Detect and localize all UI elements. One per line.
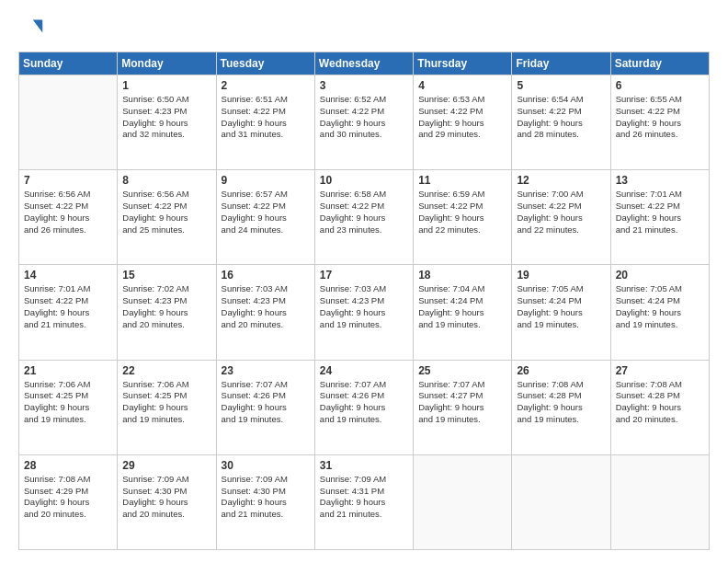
svg-marker-0 bbox=[33, 20, 43, 33]
day-cell: 12Sunrise: 7:00 AM Sunset: 4:22 PM Dayli… bbox=[512, 170, 610, 265]
day-number: 9 bbox=[222, 174, 310, 187]
day-cell: 23Sunrise: 7:07 AM Sunset: 4:26 PM Dayli… bbox=[216, 360, 314, 454]
header bbox=[18, 17, 710, 42]
day-number: 15 bbox=[122, 269, 210, 282]
day-number: 31 bbox=[320, 459, 408, 472]
day-number: 23 bbox=[222, 364, 310, 377]
day-cell: 3Sunrise: 6:52 AM Sunset: 4:22 PM Daylig… bbox=[314, 75, 413, 170]
logo bbox=[18, 17, 48, 42]
week-row-1: 7Sunrise: 6:56 AM Sunset: 4:22 PM Daylig… bbox=[19, 170, 710, 265]
day-info: Sunrise: 7:02 AM Sunset: 4:23 PM Dayligh… bbox=[122, 283, 210, 330]
day-number: 6 bbox=[616, 79, 704, 92]
day-cell: 31Sunrise: 7:09 AM Sunset: 4:31 PM Dayli… bbox=[314, 454, 413, 549]
day-cell: 8Sunrise: 6:56 AM Sunset: 4:22 PM Daylig… bbox=[118, 170, 216, 265]
day-number: 18 bbox=[418, 269, 506, 282]
day-number: 28 bbox=[24, 459, 112, 472]
weekday-header-monday: Monday bbox=[118, 52, 216, 75]
day-number: 27 bbox=[616, 364, 704, 377]
day-info: Sunrise: 7:06 AM Sunset: 4:25 PM Dayligh… bbox=[24, 379, 112, 426]
weekday-header-row: SundayMondayTuesdayWednesdayThursdayFrid… bbox=[19, 52, 710, 75]
day-info: Sunrise: 6:57 AM Sunset: 4:22 PM Dayligh… bbox=[222, 189, 310, 236]
weekday-header-wednesday: Wednesday bbox=[314, 52, 413, 75]
weekday-header-tuesday: Tuesday bbox=[216, 52, 314, 75]
day-info: Sunrise: 7:08 AM Sunset: 4:29 PM Dayligh… bbox=[24, 474, 112, 521]
day-number: 3 bbox=[320, 79, 408, 92]
day-info: Sunrise: 7:01 AM Sunset: 4:22 PM Dayligh… bbox=[616, 189, 704, 236]
day-info: Sunrise: 6:52 AM Sunset: 4:22 PM Dayligh… bbox=[320, 94, 408, 141]
week-row-2: 14Sunrise: 7:01 AM Sunset: 4:22 PM Dayli… bbox=[19, 265, 710, 360]
day-cell: 30Sunrise: 7:09 AM Sunset: 4:30 PM Dayli… bbox=[216, 454, 314, 549]
day-number: 7 bbox=[24, 174, 112, 187]
day-cell: 17Sunrise: 7:03 AM Sunset: 4:23 PM Dayli… bbox=[314, 265, 413, 360]
day-number: 25 bbox=[418, 364, 506, 377]
day-number: 5 bbox=[517, 79, 605, 92]
day-cell: 11Sunrise: 6:59 AM Sunset: 4:22 PM Dayli… bbox=[414, 170, 512, 265]
day-number: 30 bbox=[222, 459, 310, 472]
page: SundayMondayTuesdayWednesdayThursdayFrid… bbox=[0, 0, 728, 563]
day-cell: 14Sunrise: 7:01 AM Sunset: 4:22 PM Dayli… bbox=[19, 265, 118, 360]
day-cell: 15Sunrise: 7:02 AM Sunset: 4:23 PM Dayli… bbox=[118, 265, 216, 360]
day-cell: 28Sunrise: 7:08 AM Sunset: 4:29 PM Dayli… bbox=[19, 454, 118, 549]
day-number: 14 bbox=[24, 269, 112, 282]
day-cell bbox=[19, 75, 118, 170]
day-cell: 10Sunrise: 6:58 AM Sunset: 4:22 PM Dayli… bbox=[314, 170, 413, 265]
day-cell: 6Sunrise: 6:55 AM Sunset: 4:22 PM Daylig… bbox=[610, 75, 709, 170]
day-number: 20 bbox=[616, 269, 704, 282]
day-number: 2 bbox=[222, 79, 310, 92]
weekday-header-thursday: Thursday bbox=[414, 52, 512, 75]
day-info: Sunrise: 7:00 AM Sunset: 4:22 PM Dayligh… bbox=[517, 189, 605, 236]
day-cell: 25Sunrise: 7:07 AM Sunset: 4:27 PM Dayli… bbox=[414, 360, 512, 454]
day-number: 21 bbox=[24, 364, 112, 377]
day-info: Sunrise: 7:09 AM Sunset: 4:31 PM Dayligh… bbox=[320, 474, 408, 521]
day-info: Sunrise: 7:01 AM Sunset: 4:22 PM Dayligh… bbox=[24, 283, 112, 330]
day-info: Sunrise: 6:55 AM Sunset: 4:22 PM Dayligh… bbox=[616, 94, 704, 141]
day-cell: 5Sunrise: 6:54 AM Sunset: 4:22 PM Daylig… bbox=[512, 75, 610, 170]
day-info: Sunrise: 6:59 AM Sunset: 4:22 PM Dayligh… bbox=[418, 189, 506, 236]
generalblue-icon bbox=[18, 17, 44, 42]
day-info: Sunrise: 6:54 AM Sunset: 4:22 PM Dayligh… bbox=[517, 94, 605, 141]
day-cell bbox=[610, 454, 709, 549]
weekday-header-friday: Friday bbox=[512, 52, 610, 75]
day-info: Sunrise: 7:03 AM Sunset: 4:23 PM Dayligh… bbox=[222, 283, 310, 330]
day-number: 12 bbox=[517, 174, 605, 187]
day-info: Sunrise: 6:56 AM Sunset: 4:22 PM Dayligh… bbox=[122, 189, 210, 236]
day-cell: 27Sunrise: 7:08 AM Sunset: 4:28 PM Dayli… bbox=[610, 360, 709, 454]
day-cell: 21Sunrise: 7:06 AM Sunset: 4:25 PM Dayli… bbox=[19, 360, 118, 454]
day-info: Sunrise: 7:08 AM Sunset: 4:28 PM Dayligh… bbox=[517, 379, 605, 426]
day-info: Sunrise: 7:06 AM Sunset: 4:25 PM Dayligh… bbox=[122, 379, 210, 426]
day-number: 4 bbox=[418, 79, 506, 92]
day-cell: 1Sunrise: 6:50 AM Sunset: 4:23 PM Daylig… bbox=[118, 75, 216, 170]
day-info: Sunrise: 7:03 AM Sunset: 4:23 PM Dayligh… bbox=[320, 283, 408, 330]
day-info: Sunrise: 6:51 AM Sunset: 4:22 PM Dayligh… bbox=[222, 94, 310, 141]
day-cell: 22Sunrise: 7:06 AM Sunset: 4:25 PM Dayli… bbox=[118, 360, 216, 454]
week-row-0: 1Sunrise: 6:50 AM Sunset: 4:23 PM Daylig… bbox=[19, 75, 710, 170]
day-number: 22 bbox=[122, 364, 210, 377]
day-info: Sunrise: 6:58 AM Sunset: 4:22 PM Dayligh… bbox=[320, 189, 408, 236]
day-info: Sunrise: 6:53 AM Sunset: 4:22 PM Dayligh… bbox=[418, 94, 506, 141]
day-cell: 24Sunrise: 7:07 AM Sunset: 4:26 PM Dayli… bbox=[314, 360, 413, 454]
day-info: Sunrise: 7:04 AM Sunset: 4:24 PM Dayligh… bbox=[418, 283, 506, 330]
week-row-4: 28Sunrise: 7:08 AM Sunset: 4:29 PM Dayli… bbox=[19, 454, 710, 549]
day-info: Sunrise: 7:09 AM Sunset: 4:30 PM Dayligh… bbox=[222, 474, 310, 521]
day-number: 16 bbox=[222, 269, 310, 282]
day-number: 24 bbox=[320, 364, 408, 377]
day-info: Sunrise: 7:07 AM Sunset: 4:27 PM Dayligh… bbox=[418, 379, 506, 426]
day-cell: 20Sunrise: 7:05 AM Sunset: 4:24 PM Dayli… bbox=[610, 265, 709, 360]
day-number: 17 bbox=[320, 269, 408, 282]
day-info: Sunrise: 7:09 AM Sunset: 4:30 PM Dayligh… bbox=[122, 474, 210, 521]
day-cell: 16Sunrise: 7:03 AM Sunset: 4:23 PM Dayli… bbox=[216, 265, 314, 360]
day-cell: 13Sunrise: 7:01 AM Sunset: 4:22 PM Dayli… bbox=[610, 170, 709, 265]
day-cell: 9Sunrise: 6:57 AM Sunset: 4:22 PM Daylig… bbox=[216, 170, 314, 265]
day-cell: 18Sunrise: 7:04 AM Sunset: 4:24 PM Dayli… bbox=[414, 265, 512, 360]
weekday-header-sunday: Sunday bbox=[19, 52, 118, 75]
day-cell: 26Sunrise: 7:08 AM Sunset: 4:28 PM Dayli… bbox=[512, 360, 610, 454]
day-info: Sunrise: 7:08 AM Sunset: 4:28 PM Dayligh… bbox=[616, 379, 704, 426]
day-cell: 2Sunrise: 6:51 AM Sunset: 4:22 PM Daylig… bbox=[216, 75, 314, 170]
day-info: Sunrise: 7:07 AM Sunset: 4:26 PM Dayligh… bbox=[222, 379, 310, 426]
weekday-header-saturday: Saturday bbox=[610, 52, 709, 75]
day-cell bbox=[512, 454, 610, 549]
day-info: Sunrise: 6:56 AM Sunset: 4:22 PM Dayligh… bbox=[24, 189, 112, 236]
day-number: 26 bbox=[517, 364, 605, 377]
day-number: 13 bbox=[616, 174, 704, 187]
day-info: Sunrise: 6:50 AM Sunset: 4:23 PM Dayligh… bbox=[122, 94, 210, 141]
